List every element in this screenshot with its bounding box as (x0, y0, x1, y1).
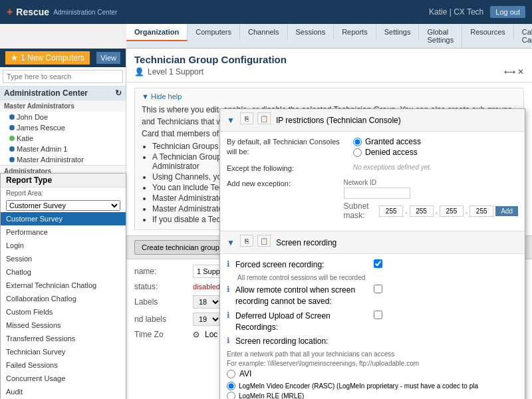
format-radio-2[interactable] (227, 392, 235, 399)
avi-label: AVI (239, 369, 251, 378)
search-input[interactable] (3, 70, 123, 83)
dropdown-item-transferred-sessions[interactable]: Transferred Sessions (1, 332, 126, 345)
avi-radio[interactable] (227, 370, 235, 378)
view-button[interactable]: View (96, 52, 120, 64)
nav-channels[interactable]: Channels (240, 24, 287, 40)
tree-item-master-administrator[interactable]: Master Administrator (0, 154, 126, 165)
dropdown-item-collab-chatlog[interactable]: Collaboration Chatlog (1, 292, 126, 305)
radio-granted: Granted access (353, 137, 518, 146)
dropdown-item-concurrent-usage[interactable]: Concurrent Usage (1, 372, 126, 385)
add-exception-button[interactable]: Add (495, 206, 518, 216)
overlay-panel: ▼ ⎘ 📋 IP restrictions (Technician Consol… (219, 108, 525, 399)
dropdown-item-session[interactable]: Session (1, 252, 126, 265)
nav-calling-card[interactable]: Calling Card (514, 24, 532, 48)
format-section: LogMeIn Video Encoder (RASC) (LogMeIn pr… (227, 382, 518, 399)
granted-label: Granted access (365, 137, 421, 146)
expand-icon[interactable]: ⟷ ✕ (504, 67, 524, 76)
screen-copy-icon[interactable]: ⎘ (240, 235, 253, 247)
screen-paste-icon[interactable]: 📋 (257, 235, 271, 247)
dropdown-item-missed-sessions[interactable]: Missed Sessions (1, 319, 126, 332)
ip-options: Granted access Denied access (353, 137, 518, 158)
allow-label: Allow remote control when screen recordi… (235, 285, 368, 307)
status-label: status: (134, 282, 188, 291)
screen-icons-row: ⎘ 📋 (240, 235, 271, 247)
nav-computers[interactable]: Computers (188, 24, 240, 40)
nav-global-settings[interactable]: Global Settings (419, 24, 462, 48)
custom-labels-select[interactable]: 19 (193, 313, 221, 326)
screen-rec-content: ℹ Forced screen recording: All remote co… (220, 254, 525, 399)
location-value: Loc (205, 330, 217, 339)
ip-content: By default, all Technician Consoles will… (220, 132, 525, 231)
page-subtitle: 👤 Level 1 Support ⟷ ✕ (134, 67, 524, 76)
nav-bar: Organization Computers Channels Sessions… (126, 24, 532, 49)
dropdown-header: Report Type (1, 174, 126, 188)
dot-icon (9, 157, 15, 162)
new-computers-button[interactable]: ★ 1 New Computers (5, 51, 90, 65)
ip-except-options: No exceptions defined yet. (353, 164, 518, 171)
network-id-input[interactable] (344, 188, 410, 199)
logout-button[interactable]: Log out (490, 6, 525, 18)
tree-item-john-doe[interactable]: John Doe (0, 112, 126, 122)
nav-resources[interactable]: Resources (462, 24, 514, 40)
forced-label: Forced screen recording: (235, 259, 368, 271)
dropdown-item-customer-survey[interactable]: Customer Survey (1, 212, 126, 225)
dropdown-item-ext-tech-chatlog[interactable]: External Technician Chatlog (1, 279, 126, 292)
labels-select[interactable]: 18 (193, 295, 221, 309)
name-label: name: (134, 267, 188, 276)
avi-row: AVI (227, 369, 518, 378)
search-box (0, 67, 126, 86)
forced-checkbox[interactable] (374, 259, 382, 268)
screen-section-toggle[interactable]: ▼ (227, 238, 235, 247)
ip-section-toggle[interactable]: ▼ (227, 116, 235, 125)
dropdown-item-audit[interactable]: Audit (1, 385, 126, 398)
subnet-4-input[interactable] (469, 205, 493, 217)
dot-icon (9, 114, 15, 120)
help-toggle[interactable]: ▼ Hide help (142, 92, 517, 100)
format-radio-1[interactable] (227, 382, 235, 390)
dropdown-item-chatlog[interactable]: Chatlog (1, 265, 126, 279)
main-content: Technician Group Configuration 👤 Level 1… (126, 49, 532, 399)
location-row: ℹ Screen recording location: (227, 336, 518, 347)
dropdown-item-failed-sessions[interactable]: Failed Sessions (1, 358, 126, 372)
master-admins-section: Master Administrators (0, 100, 126, 112)
radio-granted-input[interactable] (353, 138, 362, 146)
dropdown-item-login[interactable]: Login (1, 239, 126, 252)
dropdown-item-custom-fields[interactable]: Custom Fields (1, 305, 126, 319)
radio-denied-input[interactable] (353, 148, 362, 157)
create-group-button[interactable]: Create technician group (134, 240, 227, 255)
tree-item-james-rescue[interactable]: James Rescue (0, 122, 126, 133)
nav-reports[interactable]: Reports (334, 24, 376, 40)
nav-settings[interactable]: Settings (376, 24, 420, 40)
nav-sessions[interactable]: Sessions (288, 24, 334, 40)
topbar-right: Katie | CX Tech Log out (429, 6, 525, 18)
admin-center-section: Administration Center ↻ (0, 86, 126, 100)
ip-add-label: Add new exception: (227, 179, 337, 189)
subnet-row: Subnet mask: . . . Add (344, 201, 518, 220)
dropdown-item-performance[interactable]: Performance (1, 225, 126, 239)
deferred-checkbox[interactable] (374, 311, 382, 319)
ip-except-row: Except the following: No exceptions defi… (227, 164, 518, 174)
copy-icon[interactable]: ⎘ (240, 112, 253, 124)
screen-recording-header: ▼ ⎘ 📋 Screen recording (220, 231, 525, 254)
format-label-2: LogMeIn RLE (MRLE) (239, 392, 304, 399)
paste-icon[interactable]: 📋 (257, 112, 271, 124)
sidebar-header: ★ 1 New Computers View (0, 49, 126, 67)
dot-icon (9, 146, 15, 152)
ip-default-label: By default, all Technician Consoles will… (227, 137, 346, 158)
dropdown-item-tech-survey[interactable]: Technician Survey (1, 345, 126, 358)
nav-organization[interactable]: Organization (126, 24, 188, 41)
tree-item-master-admin-1[interactable]: Master Admin 1 (0, 144, 126, 154)
subnet-1-input[interactable] (379, 205, 403, 217)
report-area-select[interactable]: Customer Survey (6, 200, 120, 211)
subnet-3-input[interactable] (440, 205, 464, 217)
denied-label: Denied access (365, 148, 418, 157)
refresh-icon[interactable]: ↻ (115, 88, 122, 98)
ip-default-row: By default, all Technician Consoles will… (227, 137, 518, 158)
allow-checkbox[interactable] (374, 285, 382, 293)
subnet-2-input[interactable] (410, 205, 434, 217)
subtitle-text: Level 1 Support (148, 67, 203, 76)
page-title: Technician Group Configuration (134, 54, 524, 65)
subnet-mask-label: Subnet mask: (344, 201, 378, 220)
content-header: Technician Group Configuration 👤 Level 1… (126, 49, 532, 82)
tree-item-katie[interactable]: Katie (0, 133, 126, 144)
